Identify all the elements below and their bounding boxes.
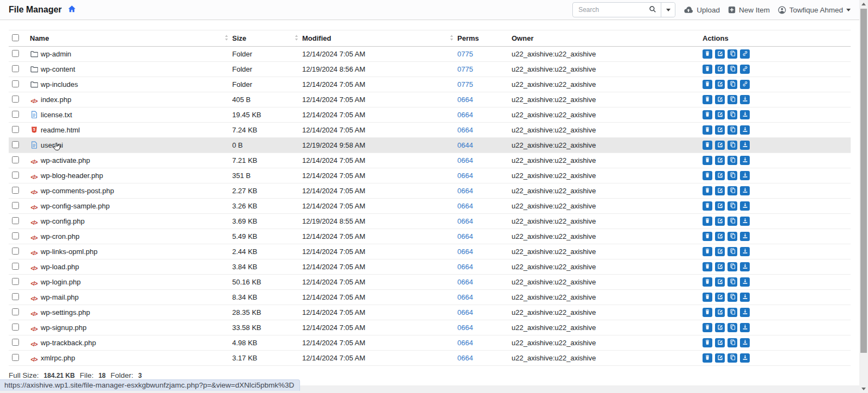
file-link[interactable]: user.ini [41,141,63,149]
table-row[interactable]: wp-adminFolder12/14/2024 7:05 AM0775u22_… [9,47,851,62]
rename-button[interactable] [715,308,725,317]
delete-button[interactable] [703,293,712,302]
upload-button[interactable]: Upload [684,6,720,14]
delete-button[interactable] [703,171,712,180]
delete-button[interactable] [703,141,712,150]
delete-button[interactable] [703,217,712,226]
row-checkbox[interactable] [12,50,19,57]
table-row[interactable]: </>wp-load.php3.84 KB12/14/2024 7:05 AM0… [9,259,851,275]
download-button[interactable] [740,277,750,287]
row-checkbox[interactable] [12,354,19,361]
copy-button[interactable] [727,308,737,317]
file-link[interactable]: index.php [41,96,71,104]
download-button[interactable] [740,156,750,165]
delete-button[interactable] [703,125,712,135]
perms-link[interactable]: 0664 [457,126,473,134]
file-link[interactable]: wp-config-sample.php [41,202,110,210]
rename-button[interactable] [715,247,725,256]
row-checkbox[interactable] [12,202,19,209]
download-button[interactable] [740,247,750,256]
scroll-down-arrow-icon[interactable] [861,388,866,390]
perms-link[interactable]: 0664 [457,111,473,119]
delete-button[interactable] [703,247,712,256]
rename-button[interactable] [715,171,725,180]
table-row[interactable]: </>wp-login.php50.16 KB12/14/2024 7:05 A… [9,275,851,290]
table-row[interactable]: </>xmlrpc.php3.17 KB12/14/2024 7:05 AM06… [9,351,851,366]
row-checkbox[interactable] [12,263,19,270]
table-row[interactable]: wp-includesFolder12/14/2024 7:05 AM0775u… [9,77,851,92]
row-checkbox[interactable] [12,248,19,255]
copy-button[interactable] [727,110,737,119]
delete-button[interactable] [703,80,712,89]
delete-button[interactable] [703,338,712,347]
scrollbar-thumb[interactable] [860,9,867,353]
download-button[interactable] [740,186,750,195]
file-link[interactable]: wp-cron.php [41,232,80,240]
delete-button[interactable] [703,49,712,59]
sort-icon[interactable] [450,34,454,42]
user-menu[interactable]: Towfique Ahmed [778,6,851,14]
copy-button[interactable] [727,201,737,211]
row-checkbox[interactable] [12,126,19,133]
file-link[interactable]: wp-activate.php [41,156,90,164]
file-link[interactable]: wp-content [41,65,75,73]
row-checkbox[interactable] [12,172,19,179]
table-row[interactable]: </>wp-comments-post.php2.27 KB12/14/2024… [9,183,851,199]
table-row[interactable]: </>wp-config.php3.69 KB12/19/2024 8:55 A… [9,214,851,229]
select-all-checkbox[interactable] [12,34,19,41]
rename-button[interactable] [715,65,725,74]
copy-button[interactable] [727,141,737,150]
row-checkbox[interactable] [12,232,19,239]
rename-button[interactable] [715,323,725,332]
table-row[interactable]: </>wp-activate.php7.21 KB12/14/2024 7:05… [9,153,851,168]
copy-button[interactable] [727,262,737,271]
table-row[interactable]: </>wp-cron.php5.49 KB12/14/2024 7:05 AM0… [9,229,851,244]
perms-link[interactable]: 0775 [457,80,473,88]
perms-link[interactable]: 0664 [457,156,473,164]
scroll-up-arrow-icon[interactable] [861,3,866,5]
download-button[interactable] [740,262,750,271]
row-checkbox[interactable] [12,111,19,118]
download-button[interactable] [740,308,750,317]
download-button[interactable] [740,171,750,180]
file-link[interactable]: readme.html [41,126,80,134]
copy-button[interactable] [727,186,737,195]
column-header-size[interactable]: Size [232,30,302,47]
rename-button[interactable] [715,125,725,135]
table-row[interactable]: </>index.php405 B12/14/2024 7:05 AM0664u… [9,92,851,107]
copy-button[interactable] [727,95,737,104]
row-checkbox[interactable] [12,156,19,163]
perms-link[interactable]: 0664 [457,278,473,286]
delete-button[interactable] [703,156,712,165]
row-checkbox[interactable] [12,80,19,87]
perms-link[interactable]: 0664 [457,232,473,240]
sort-icon[interactable] [225,34,228,42]
perms-link[interactable]: 0775 [457,50,473,58]
row-checkbox[interactable] [12,217,19,224]
table-row[interactable]: license.txt19.45 KB12/14/2024 7:05 AM066… [9,107,851,123]
file-link[interactable]: wp-trackback.php [41,339,96,347]
row-checkbox[interactable] [12,278,19,285]
perms-link[interactable]: 0664 [457,96,473,104]
rename-button[interactable] [715,293,725,302]
rename-button[interactable] [715,338,725,347]
download-button[interactable] [740,323,750,332]
search-options-dropdown[interactable] [661,3,675,17]
row-checkbox[interactable] [12,96,19,103]
table-row[interactable]: wp-contentFolder12/19/2024 8:56 AM0775u2… [9,62,851,77]
table-row[interactable]: </>wp-blog-header.php351 B12/14/2024 7:0… [9,168,851,183]
rename-button[interactable] [715,262,725,271]
rename-button[interactable] [715,232,725,241]
table-row[interactable]: 5readme.html7.24 KB12/14/2024 7:05 AM066… [9,123,851,138]
rename-button[interactable] [715,141,725,150]
perms-link[interactable]: 0664 [457,354,473,362]
file-link[interactable]: wp-includes [41,80,78,88]
column-header-name[interactable]: Name [30,30,232,47]
delete-button[interactable] [703,262,712,271]
perms-link[interactable]: 0664 [457,187,473,195]
home-icon[interactable] [68,5,76,15]
rename-button[interactable] [715,49,725,59]
copy-button[interactable] [727,156,737,165]
download-button[interactable] [740,125,750,135]
download-button[interactable] [740,232,750,241]
